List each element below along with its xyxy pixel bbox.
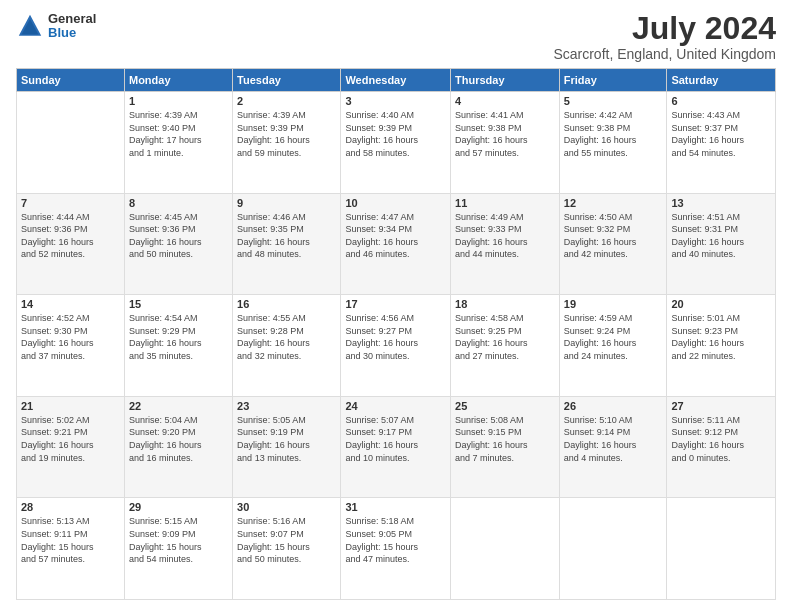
cell-info: Sunrise: 4:46 AM Sunset: 9:35 PM Dayligh… [237,211,336,261]
col-monday: Monday [124,69,232,92]
calendar-cell: 17Sunrise: 4:56 AM Sunset: 9:27 PM Dayli… [341,295,451,397]
col-saturday: Saturday [667,69,776,92]
col-sunday: Sunday [17,69,125,92]
calendar-cell: 22Sunrise: 5:04 AM Sunset: 9:20 PM Dayli… [124,396,232,498]
title-month: July 2024 [553,12,776,44]
calendar-cell: 12Sunrise: 4:50 AM Sunset: 9:32 PM Dayli… [559,193,667,295]
cell-info: Sunrise: 4:54 AM Sunset: 9:29 PM Dayligh… [129,312,228,362]
date-number: 30 [237,501,336,513]
cell-info: Sunrise: 4:39 AM Sunset: 9:39 PM Dayligh… [237,109,336,159]
cell-info: Sunrise: 4:52 AM Sunset: 9:30 PM Dayligh… [21,312,120,362]
date-number: 15 [129,298,228,310]
cell-info: Sunrise: 4:55 AM Sunset: 9:28 PM Dayligh… [237,312,336,362]
cell-info: Sunrise: 5:07 AM Sunset: 9:17 PM Dayligh… [345,414,446,464]
logo-general-label: General [48,12,96,26]
calendar-cell: 11Sunrise: 4:49 AM Sunset: 9:33 PM Dayli… [451,193,560,295]
calendar-cell: 19Sunrise: 4:59 AM Sunset: 9:24 PM Dayli… [559,295,667,397]
cell-info: Sunrise: 4:44 AM Sunset: 9:36 PM Dayligh… [21,211,120,261]
calendar-cell: 10Sunrise: 4:47 AM Sunset: 9:34 PM Dayli… [341,193,451,295]
date-number: 20 [671,298,771,310]
cell-info: Sunrise: 4:49 AM Sunset: 9:33 PM Dayligh… [455,211,555,261]
date-number: 4 [455,95,555,107]
calendar-cell: 8Sunrise: 4:45 AM Sunset: 9:36 PM Daylig… [124,193,232,295]
date-number: 22 [129,400,228,412]
col-wednesday: Wednesday [341,69,451,92]
calendar-cell [451,498,560,600]
cell-info: Sunrise: 4:59 AM Sunset: 9:24 PM Dayligh… [564,312,663,362]
calendar-cell: 15Sunrise: 4:54 AM Sunset: 9:29 PM Dayli… [124,295,232,397]
date-number: 8 [129,197,228,209]
calendar-cell [17,92,125,194]
calendar-cell: 24Sunrise: 5:07 AM Sunset: 9:17 PM Dayli… [341,396,451,498]
calendar-cell: 23Sunrise: 5:05 AM Sunset: 9:19 PM Dayli… [233,396,341,498]
cell-info: Sunrise: 4:40 AM Sunset: 9:39 PM Dayligh… [345,109,446,159]
calendar-cell: 29Sunrise: 5:15 AM Sunset: 9:09 PM Dayli… [124,498,232,600]
title-location: Scarcroft, England, United Kingdom [553,46,776,62]
cell-info: Sunrise: 4:47 AM Sunset: 9:34 PM Dayligh… [345,211,446,261]
cell-info: Sunrise: 5:13 AM Sunset: 9:11 PM Dayligh… [21,515,120,565]
col-tuesday: Tuesday [233,69,341,92]
date-number: 11 [455,197,555,209]
cell-info: Sunrise: 4:51 AM Sunset: 9:31 PM Dayligh… [671,211,771,261]
calendar-cell: 4Sunrise: 4:41 AM Sunset: 9:38 PM Daylig… [451,92,560,194]
calendar-cell: 20Sunrise: 5:01 AM Sunset: 9:23 PM Dayli… [667,295,776,397]
date-number: 5 [564,95,663,107]
date-number: 18 [455,298,555,310]
calendar-cell: 26Sunrise: 5:10 AM Sunset: 9:14 PM Dayli… [559,396,667,498]
date-number: 6 [671,95,771,107]
cell-info: Sunrise: 5:08 AM Sunset: 9:15 PM Dayligh… [455,414,555,464]
calendar-cell: 21Sunrise: 5:02 AM Sunset: 9:21 PM Dayli… [17,396,125,498]
cell-info: Sunrise: 5:01 AM Sunset: 9:23 PM Dayligh… [671,312,771,362]
calendar-cell: 30Sunrise: 5:16 AM Sunset: 9:07 PM Dayli… [233,498,341,600]
calendar-cell: 18Sunrise: 4:58 AM Sunset: 9:25 PM Dayli… [451,295,560,397]
week-row-4: 28Sunrise: 5:13 AM Sunset: 9:11 PM Dayli… [17,498,776,600]
calendar-cell: 9Sunrise: 4:46 AM Sunset: 9:35 PM Daylig… [233,193,341,295]
date-number: 26 [564,400,663,412]
page: General Blue July 2024 Scarcroft, Englan… [0,0,792,612]
cell-info: Sunrise: 5:18 AM Sunset: 9:05 PM Dayligh… [345,515,446,565]
date-number: 29 [129,501,228,513]
cell-info: Sunrise: 5:05 AM Sunset: 9:19 PM Dayligh… [237,414,336,464]
date-number: 2 [237,95,336,107]
calendar-cell: 13Sunrise: 4:51 AM Sunset: 9:31 PM Dayli… [667,193,776,295]
date-number: 9 [237,197,336,209]
calendar-cell [667,498,776,600]
date-number: 19 [564,298,663,310]
date-number: 10 [345,197,446,209]
calendar-cell: 14Sunrise: 4:52 AM Sunset: 9:30 PM Dayli… [17,295,125,397]
date-number: 25 [455,400,555,412]
header-row: Sunday Monday Tuesday Wednesday Thursday… [17,69,776,92]
logo-icon [16,12,44,40]
calendar-cell: 31Sunrise: 5:18 AM Sunset: 9:05 PM Dayli… [341,498,451,600]
date-number: 1 [129,95,228,107]
calendar-cell: 5Sunrise: 4:42 AM Sunset: 9:38 PM Daylig… [559,92,667,194]
date-number: 31 [345,501,446,513]
logo-blue-label: Blue [48,26,96,40]
date-number: 13 [671,197,771,209]
date-number: 17 [345,298,446,310]
calendar-cell: 27Sunrise: 5:11 AM Sunset: 9:12 PM Dayli… [667,396,776,498]
cell-info: Sunrise: 4:50 AM Sunset: 9:32 PM Dayligh… [564,211,663,261]
date-number: 23 [237,400,336,412]
cell-info: Sunrise: 5:15 AM Sunset: 9:09 PM Dayligh… [129,515,228,565]
calendar-table: Sunday Monday Tuesday Wednesday Thursday… [16,68,776,600]
week-row-0: 1Sunrise: 4:39 AM Sunset: 9:40 PM Daylig… [17,92,776,194]
week-row-1: 7Sunrise: 4:44 AM Sunset: 9:36 PM Daylig… [17,193,776,295]
date-number: 7 [21,197,120,209]
cell-info: Sunrise: 4:42 AM Sunset: 9:38 PM Dayligh… [564,109,663,159]
header: General Blue July 2024 Scarcroft, Englan… [16,12,776,62]
calendar-cell: 28Sunrise: 5:13 AM Sunset: 9:11 PM Dayli… [17,498,125,600]
cell-info: Sunrise: 5:16 AM Sunset: 9:07 PM Dayligh… [237,515,336,565]
calendar-cell: 3Sunrise: 4:40 AM Sunset: 9:39 PM Daylig… [341,92,451,194]
date-number: 27 [671,400,771,412]
cell-info: Sunrise: 5:02 AM Sunset: 9:21 PM Dayligh… [21,414,120,464]
logo: General Blue [16,12,96,41]
date-number: 24 [345,400,446,412]
calendar-cell: 7Sunrise: 4:44 AM Sunset: 9:36 PM Daylig… [17,193,125,295]
logo-text: General Blue [48,12,96,41]
cell-info: Sunrise: 4:39 AM Sunset: 9:40 PM Dayligh… [129,109,228,159]
calendar-cell: 25Sunrise: 5:08 AM Sunset: 9:15 PM Dayli… [451,396,560,498]
week-row-2: 14Sunrise: 4:52 AM Sunset: 9:30 PM Dayli… [17,295,776,397]
cell-info: Sunrise: 4:45 AM Sunset: 9:36 PM Dayligh… [129,211,228,261]
calendar-cell: 16Sunrise: 4:55 AM Sunset: 9:28 PM Dayli… [233,295,341,397]
